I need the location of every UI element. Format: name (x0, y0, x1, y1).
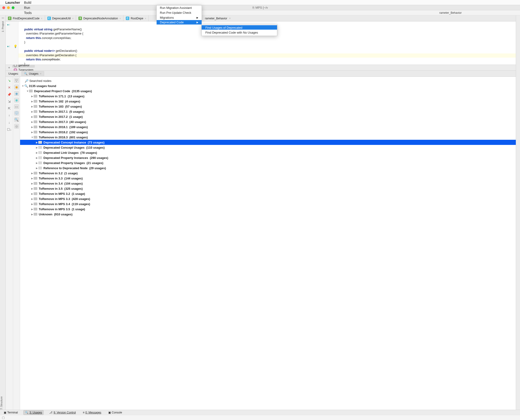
show-read-icon[interactable]: ▭ (14, 104, 19, 109)
chevron-right-icon[interactable]: ▶ (31, 100, 34, 103)
override-gutter-icon[interactable]: ●↑ (7, 23, 10, 26)
usages-tree-row[interactable]: ▼ToRemove in 2018.3 (601 usages) (20, 135, 516, 140)
migration-menu-item[interactable]: Run Pre-Update Check (157, 10, 202, 15)
filter-icon[interactable]: ▽ (14, 78, 19, 83)
autoscroll-icon[interactable]: 🔍 (14, 117, 19, 122)
structure-tool-button[interactable]: 7: Structure (0, 397, 6, 410)
close-icon[interactable]: × (119, 17, 121, 20)
usages-tree-row[interactable]: ▶ToRemove in 2017.2 (1 usage) (20, 114, 516, 119)
editor-tab-fragment[interactable]: rameter_Behavior (205, 17, 227, 20)
zoom-window-button[interactable] (12, 6, 15, 9)
minimize-window-button[interactable] (7, 6, 10, 9)
usages-tree-row[interactable]: ▶ToRemove in 182 (4 usages) (20, 99, 516, 104)
usages-tree-row[interactable]: ▶ToRemove in 171.1 (13 usages) (20, 94, 516, 99)
console-tool-button[interactable]: ▣Console (107, 410, 123, 415)
usages-tree-row[interactable]: ▶Deprecated Property Usages (21 usages) (20, 160, 516, 165)
usages-tree-row[interactable]: ▶Reference to Deprecated Node (29 usages… (20, 165, 516, 171)
usages-tree-row[interactable]: ▶ToRemove in MPS 3.2 (1 usage) (20, 191, 516, 196)
close-icon[interactable]: ✕ (7, 85, 12, 90)
rerun-icon[interactable]: ↘ (7, 78, 12, 83)
chevron-right-icon[interactable]: ▶ (31, 208, 34, 210)
next-icon[interactable]: ↓ (7, 120, 12, 125)
chevron-right-icon[interactable]: ▶ (31, 177, 34, 180)
chevron-right-icon[interactable]: ▶ (36, 141, 38, 144)
migration-menu-item[interactable]: Deprecated Code▶ (157, 20, 202, 24)
usages-tree-row[interactable]: ▶ToRemove in 2017.3 (40 usages) (20, 119, 516, 124)
chevron-right-icon[interactable]: ▶ (31, 126, 34, 128)
chevron-right-icon[interactable]: ▶ (31, 105, 34, 108)
chevron-right-icon[interactable]: ▶ (31, 121, 34, 123)
chevron-right-icon[interactable]: ▶ (31, 115, 34, 118)
chevron-right-icon[interactable]: ▶ (31, 172, 34, 174)
chevron-right-icon[interactable]: ▶ (31, 110, 34, 113)
group-by-package-icon[interactable]: ◉ (14, 91, 19, 96)
usages-tree-row[interactable]: ▶ToRemove in MPS 3.5 (1 usage) (20, 207, 516, 212)
warning-gutter-icon[interactable]: 💡 (14, 45, 17, 48)
usages-tree-row[interactable]: ▶ToRemove in 3.5 (325 usages) (20, 186, 516, 191)
pin-icon[interactable]: 📌 (7, 92, 12, 97)
usages-tree-row[interactable]: ▶ToRemove in 2017.1 (5 usages) (20, 109, 516, 114)
usages-tab[interactable]: 🔍 Usages × (22, 71, 44, 76)
show-write-icon[interactable]: ⓘ (14, 111, 19, 115)
chevron-right-icon[interactable]: ▶ (31, 193, 34, 195)
collapse-all-icon[interactable]: ⇱ (7, 106, 12, 111)
migration-menu-item[interactable]: Run Migration Assistant (157, 5, 202, 10)
terminal-tool-button[interactable]: ▣Terminal (2, 410, 19, 415)
close-icon[interactable]: × (229, 17, 231, 20)
chevron-right-icon[interactable]: ▶ (31, 187, 34, 190)
usages-tree[interactable]: 🔎 Searched nodes▼🔍 3135 usages found▼Dep… (20, 77, 516, 410)
editor-tab[interactable]: SDeprecatedNodeAnnotation× (76, 15, 123, 22)
chevron-right-icon[interactable]: ▶ (36, 151, 38, 154)
deprecated-submenu-item[interactable]: Find Usages of Deprecated (202, 25, 277, 30)
usages-tree-row[interactable]: ▶Deprecated Concept Instance (73 usages) (20, 140, 516, 145)
chevron-down-icon[interactable]: ▼ (26, 90, 29, 92)
chevron-right-icon[interactable]: ▶ (36, 157, 38, 159)
close-icon[interactable]: × (145, 17, 146, 20)
chevron-right-icon[interactable]: ▶ (36, 167, 38, 169)
chevron-right-icon[interactable]: ▶ (31, 198, 34, 200)
chevron-right-icon[interactable]: ▶ (31, 213, 34, 216)
usages-tree-row[interactable]: ▶ToRemove in 183 (57 usages) (20, 104, 516, 109)
usages-tree-row[interactable]: ▶ToRemove in MPS 3.4 (119 usages) (20, 201, 516, 207)
chevron-right-icon[interactable]: ▶ (31, 182, 34, 185)
usages-tree-row[interactable]: ▶Unknown (910 usages) (20, 212, 516, 217)
editor-tab[interactable]: CFindDeprecatedCode× (6, 15, 45, 22)
close-icon[interactable]: × (41, 17, 42, 20)
usages-tree-row[interactable]: ▼Deprecated Project Code (3135 usages) (20, 89, 516, 94)
close-window-button[interactable] (2, 6, 5, 9)
prev-icon[interactable]: ↑ (7, 113, 12, 118)
usages-tree-row[interactable]: ▶ToRemove in 2018.1 (189 usages) (20, 124, 516, 129)
chevron-right-icon[interactable]: ▶ (36, 162, 38, 164)
usages-tree-row[interactable]: ▶ToRemove in 2018.2 (192 usages) (20, 129, 516, 135)
menu-build[interactable]: Build (23, 0, 38, 5)
add-aspect-button[interactable]: ＋ (8, 66, 11, 70)
chevron-right-icon[interactable]: ▶ (31, 203, 34, 205)
usages-tree-row[interactable]: ▶ToRemove in 3.4 (104 usages) (20, 181, 516, 186)
export-icon[interactable]: ☐↓ (7, 127, 12, 132)
usages-tree-row[interactable]: ▶Deprecated Concept Usages (110 usages) (20, 145, 516, 150)
vcs-tool-button[interactable]: ⎇9: Version Control (48, 410, 77, 415)
override-gutter-icon[interactable]: ●↑ (7, 45, 10, 48)
group-by-module-icon[interactable]: ◉ (14, 85, 19, 89)
menu-tools[interactable]: Tools (23, 10, 38, 15)
usages-tree-row[interactable]: ▶Deprecated Property Instances (290 usag… (20, 155, 516, 160)
usages-tree-row[interactable]: ▶ToRemove in 3.3 (144 usages) (20, 176, 516, 181)
project-tool-button-icon[interactable]: ▭ (2, 16, 4, 19)
chevron-down-icon[interactable]: ▼ (22, 85, 24, 87)
usages-tree-row[interactable]: ▼🔍 3135 usages found (20, 83, 516, 89)
usages-tree-row[interactable]: ▶Deprecated Link Usages (78 usages) (20, 150, 516, 155)
migration-menu-item[interactable]: Migrations▶ (157, 15, 202, 20)
editor-tab[interactable]: CRootDepe× (123, 15, 149, 22)
messages-tool-button[interactable]: ≡0: Messages (82, 410, 103, 415)
close-icon[interactable]: × (40, 72, 42, 75)
editor-tab[interactable]: CDeprecatedUtil× (45, 15, 76, 22)
usages-tree-row[interactable]: ▶ToRemove in 3.2 (1 usage) (20, 171, 516, 176)
chevron-right-icon[interactable]: ▶ (31, 95, 34, 98)
chevron-right-icon[interactable]: ▶ (31, 131, 34, 134)
chevron-right-icon[interactable]: ▶ (36, 146, 38, 149)
close-icon[interactable]: × (72, 17, 74, 20)
settings-icon[interactable]: ◎ (14, 124, 19, 128)
usages-tree-row[interactable]: ▶ToRemove in MPS 3.3 (428 usages) (20, 196, 516, 201)
chevron-down-icon[interactable]: ▼ (31, 136, 34, 139)
usages-tool-button[interactable]: 🔍3: Usages (23, 410, 44, 415)
